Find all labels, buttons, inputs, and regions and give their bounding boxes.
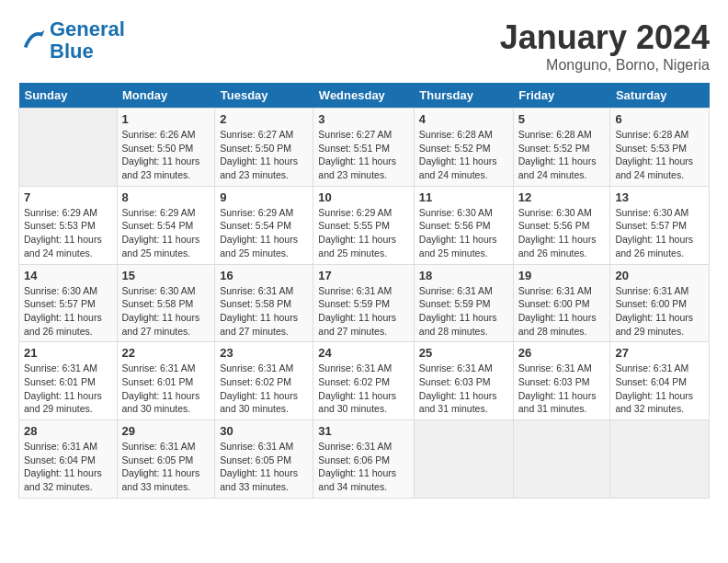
- calendar-cell: 17Sunrise: 6:31 AM Sunset: 5:59 PM Dayli…: [313, 264, 415, 342]
- day-info: Sunrise: 6:30 AM Sunset: 5:58 PM Dayligh…: [122, 284, 210, 339]
- day-info: Sunrise: 6:29 AM Sunset: 5:54 PM Dayligh…: [122, 206, 210, 260]
- subtitle: Monguno, Borno, Nigeria: [500, 57, 710, 74]
- calendar-cell: 25Sunrise: 6:31 AM Sunset: 6:03 PM Dayli…: [414, 342, 513, 420]
- day-info: Sunrise: 6:31 AM Sunset: 6:02 PM Dayligh…: [220, 362, 308, 416]
- day-number: 23: [220, 346, 308, 360]
- calendar-day-header: Sunday: [19, 83, 118, 109]
- calendar-body: 1Sunrise: 6:26 AM Sunset: 5:50 PM Daylig…: [19, 109, 710, 499]
- calendar-cell: 19Sunrise: 6:31 AM Sunset: 6:00 PM Dayli…: [513, 264, 610, 342]
- logo: General Blue: [18, 18, 125, 63]
- day-info: Sunrise: 6:30 AM Sunset: 5:56 PM Dayligh…: [419, 206, 508, 260]
- calendar-cell: 20Sunrise: 6:31 AM Sunset: 6:00 PM Dayli…: [610, 264, 710, 342]
- day-info: Sunrise: 6:31 AM Sunset: 5:58 PM Dayligh…: [220, 284, 308, 339]
- calendar-day-header: Saturday: [610, 83, 710, 109]
- day-number: 27: [615, 346, 704, 360]
- calendar-cell: 31Sunrise: 6:31 AM Sunset: 6:06 PM Dayli…: [313, 420, 415, 499]
- day-number: 12: [518, 190, 606, 204]
- day-number: 17: [318, 269, 409, 282]
- day-info: Sunrise: 6:30 AM Sunset: 5:57 PM Dayligh…: [24, 284, 112, 339]
- day-info: Sunrise: 6:31 AM Sunset: 6:00 PM Dayligh…: [518, 284, 606, 339]
- calendar-day-header: Thursday: [414, 83, 513, 109]
- calendar-cell: [513, 420, 610, 499]
- calendar-cell: 30Sunrise: 6:31 AM Sunset: 6:05 PM Dayli…: [215, 420, 313, 499]
- calendar-cell: 2Sunrise: 6:27 AM Sunset: 5:50 PM Daylig…: [215, 109, 313, 187]
- calendar-day-header: Monday: [117, 83, 215, 109]
- day-number: 9: [220, 190, 308, 204]
- logo-icon: [18, 27, 46, 54]
- calendar-week-row: 28Sunrise: 6:31 AM Sunset: 6:04 PM Dayli…: [19, 420, 710, 499]
- calendar-cell: 21Sunrise: 6:31 AM Sunset: 6:01 PM Dayli…: [19, 342, 118, 420]
- calendar-cell: 16Sunrise: 6:31 AM Sunset: 5:58 PM Dayli…: [215, 264, 313, 342]
- calendar-week-row: 1Sunrise: 6:26 AM Sunset: 5:50 PM Daylig…: [19, 109, 710, 187]
- calendar-day-header: Wednesday: [313, 83, 415, 109]
- day-info: Sunrise: 6:28 AM Sunset: 5:52 PM Dayligh…: [419, 128, 508, 182]
- logo-line2: Blue: [50, 40, 94, 63]
- calendar-cell: 11Sunrise: 6:30 AM Sunset: 5:56 PM Dayli…: [414, 186, 513, 264]
- day-info: Sunrise: 6:31 AM Sunset: 6:04 PM Dayligh…: [615, 362, 704, 416]
- calendar-cell: 1Sunrise: 6:26 AM Sunset: 5:50 PM Daylig…: [117, 109, 215, 187]
- day-info: Sunrise: 6:29 AM Sunset: 5:53 PM Dayligh…: [24, 206, 112, 260]
- page-header: General Blue January 2024 Monguno, Borno…: [18, 18, 710, 74]
- day-number: 13: [615, 190, 704, 204]
- day-info: Sunrise: 6:30 AM Sunset: 5:56 PM Dayligh…: [518, 206, 606, 260]
- day-number: 16: [220, 269, 308, 282]
- calendar-cell: 23Sunrise: 6:31 AM Sunset: 6:02 PM Dayli…: [215, 342, 313, 420]
- calendar-cell: 26Sunrise: 6:31 AM Sunset: 6:03 PM Dayli…: [513, 342, 610, 420]
- calendar-week-row: 21Sunrise: 6:31 AM Sunset: 6:01 PM Dayli…: [19, 342, 710, 420]
- day-number: 18: [419, 269, 508, 282]
- day-info: Sunrise: 6:31 AM Sunset: 6:04 PM Dayligh…: [24, 440, 112, 494]
- calendar-cell: 24Sunrise: 6:31 AM Sunset: 6:02 PM Dayli…: [313, 342, 415, 420]
- calendar-cell: [414, 420, 513, 499]
- calendar-cell: 12Sunrise: 6:30 AM Sunset: 5:56 PM Dayli…: [513, 186, 610, 264]
- day-number: 4: [419, 112, 508, 126]
- day-number: 15: [122, 269, 210, 282]
- day-number: 19: [518, 269, 606, 282]
- calendar-week-row: 7Sunrise: 6:29 AM Sunset: 5:53 PM Daylig…: [19, 186, 710, 264]
- day-info: Sunrise: 6:31 AM Sunset: 6:05 PM Dayligh…: [220, 440, 308, 494]
- calendar-cell: [19, 109, 118, 187]
- day-number: 1: [122, 112, 210, 126]
- day-number: 29: [122, 424, 210, 438]
- calendar-cell: 29Sunrise: 6:31 AM Sunset: 6:05 PM Dayli…: [117, 420, 215, 499]
- day-info: Sunrise: 6:26 AM Sunset: 5:50 PM Dayligh…: [122, 128, 210, 182]
- day-number: 14: [24, 269, 112, 282]
- day-info: Sunrise: 6:31 AM Sunset: 6:02 PM Dayligh…: [318, 362, 409, 416]
- day-number: 3: [318, 112, 409, 126]
- day-info: Sunrise: 6:29 AM Sunset: 5:55 PM Dayligh…: [318, 206, 409, 260]
- calendar-cell: 6Sunrise: 6:28 AM Sunset: 5:53 PM Daylig…: [610, 109, 710, 187]
- calendar-day-header: Friday: [513, 83, 610, 109]
- calendar-cell: 22Sunrise: 6:31 AM Sunset: 6:01 PM Dayli…: [117, 342, 215, 420]
- day-number: 6: [615, 112, 704, 126]
- day-number: 31: [318, 424, 409, 438]
- calendar-cell: 7Sunrise: 6:29 AM Sunset: 5:53 PM Daylig…: [19, 186, 118, 264]
- calendar-cell: 14Sunrise: 6:30 AM Sunset: 5:57 PM Dayli…: [19, 264, 118, 342]
- day-number: 7: [24, 190, 112, 204]
- day-number: 25: [419, 346, 508, 360]
- calendar-cell: 3Sunrise: 6:27 AM Sunset: 5:51 PM Daylig…: [313, 109, 415, 187]
- day-number: 8: [122, 190, 210, 204]
- calendar-cell: 4Sunrise: 6:28 AM Sunset: 5:52 PM Daylig…: [414, 109, 513, 187]
- calendar-cell: 28Sunrise: 6:31 AM Sunset: 6:04 PM Dayli…: [19, 420, 118, 499]
- day-info: Sunrise: 6:27 AM Sunset: 5:51 PM Dayligh…: [318, 128, 409, 182]
- day-info: Sunrise: 6:31 AM Sunset: 6:03 PM Dayligh…: [518, 362, 606, 416]
- day-number: 21: [24, 346, 112, 360]
- calendar-cell: 10Sunrise: 6:29 AM Sunset: 5:55 PM Dayli…: [313, 186, 415, 264]
- calendar-day-header: Tuesday: [215, 83, 313, 109]
- day-number: 10: [318, 190, 409, 204]
- day-info: Sunrise: 6:31 AM Sunset: 5:59 PM Dayligh…: [419, 284, 508, 339]
- calendar-cell: 18Sunrise: 6:31 AM Sunset: 5:59 PM Dayli…: [414, 264, 513, 342]
- day-number: 22: [122, 346, 210, 360]
- day-info: Sunrise: 6:31 AM Sunset: 5:59 PM Dayligh…: [318, 284, 409, 339]
- day-number: 30: [220, 424, 308, 438]
- day-info: Sunrise: 6:31 AM Sunset: 6:01 PM Dayligh…: [122, 362, 210, 416]
- day-info: Sunrise: 6:30 AM Sunset: 5:57 PM Dayligh…: [615, 206, 704, 260]
- day-number: 24: [318, 346, 409, 360]
- day-info: Sunrise: 6:31 AM Sunset: 6:00 PM Dayligh…: [615, 284, 704, 339]
- day-info: Sunrise: 6:28 AM Sunset: 5:52 PM Dayligh…: [518, 128, 606, 182]
- day-number: 11: [419, 190, 508, 204]
- calendar-header-row: SundayMondayTuesdayWednesdayThursdayFrid…: [19, 83, 710, 109]
- calendar-cell: [610, 420, 710, 499]
- day-number: 5: [518, 112, 606, 126]
- calendar-cell: 9Sunrise: 6:29 AM Sunset: 5:54 PM Daylig…: [215, 186, 313, 264]
- title-block: January 2024 Monguno, Borno, Nigeria: [500, 18, 710, 74]
